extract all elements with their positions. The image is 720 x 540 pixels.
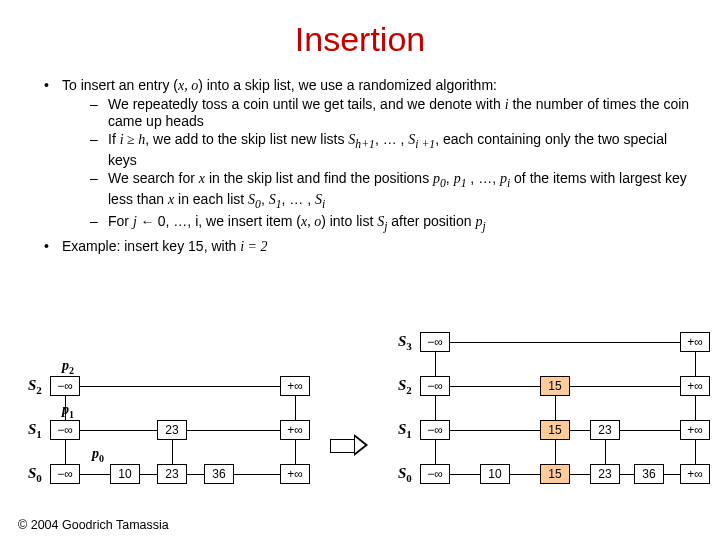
skiplist-node: +∞: [280, 464, 310, 484]
skiplist-node: 36: [204, 464, 234, 484]
skiplist-node: +∞: [680, 376, 710, 396]
skiplist-node: 15: [540, 420, 570, 440]
skiplist-node: +∞: [280, 420, 310, 440]
skiplist-node: −∞: [420, 420, 450, 440]
skiplist-node: 15: [540, 376, 570, 396]
skiplist-node: −∞: [420, 464, 450, 484]
skiplist-node: −∞: [420, 332, 450, 352]
skiplist-node: −∞: [50, 464, 80, 484]
skiplist-node: +∞: [680, 420, 710, 440]
skiplist-node: 23: [157, 420, 187, 440]
skiplist-node: 23: [157, 464, 187, 484]
skiplist-node: +∞: [680, 464, 710, 484]
skiplist-node: 10: [480, 464, 510, 484]
skiplist-node: 23: [590, 464, 620, 484]
transform-arrow-icon: [330, 436, 370, 454]
skiplist-node: −∞: [50, 376, 80, 396]
skiplist-node: −∞: [50, 420, 80, 440]
skiplist-node: 23: [590, 420, 620, 440]
skiplist-node: −∞: [420, 376, 450, 396]
slide-title: Insertion: [0, 20, 720, 59]
sub-bullet-3: We search for x in the skip list and fin…: [90, 170, 692, 212]
copyright: © 2004 Goodrich Tamassia: [18, 518, 169, 532]
skiplist-node: 10: [110, 464, 140, 484]
sub-bullet-4: For j ← 0, …, i, we insert item (x, o) i…: [90, 213, 692, 234]
skiplist-node: +∞: [680, 332, 710, 352]
skiplist-node: 15: [540, 464, 570, 484]
skiplist-diagram: S2−∞+∞S1−∞23+∞S0−∞102336+∞p2p1p0S3−∞+∞S2…: [0, 318, 720, 493]
slide-body: To insert an entry (x, o) into a skip li…: [0, 77, 720, 256]
skiplist-node: +∞: [280, 376, 310, 396]
sub-bullet-2: If i ≥ h, we add to the skip list new li…: [90, 131, 692, 169]
sub-bullet-1: We repeatedly toss a coin until we get t…: [90, 96, 692, 130]
bullet-1: To insert an entry (x, o) into a skip li…: [40, 77, 692, 234]
skiplist-node: 36: [634, 464, 664, 484]
bullet-2: Example: insert key 15, with i = 2: [40, 238, 692, 255]
